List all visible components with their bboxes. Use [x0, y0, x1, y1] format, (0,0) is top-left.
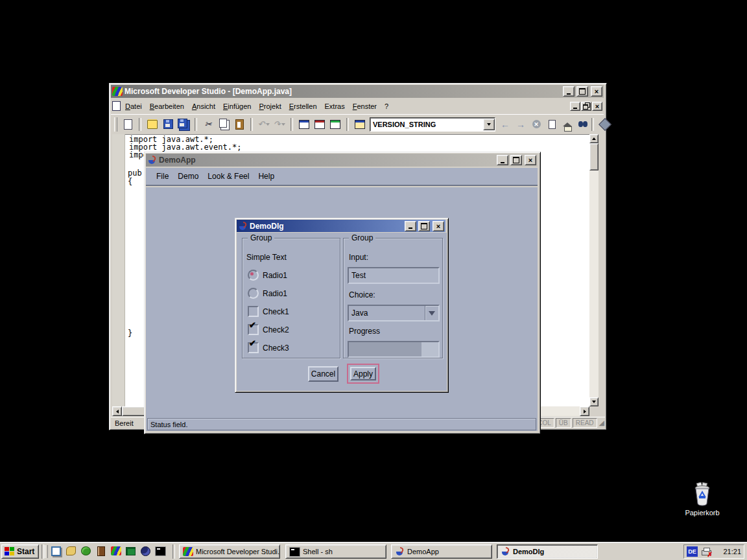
- input-label: Input:: [349, 253, 368, 262]
- menu-datei[interactable]: Datei: [122, 100, 145, 112]
- version-combo[interactable]: VERSION_STRING: [370, 117, 495, 132]
- console-icon[interactable]: [154, 544, 167, 558]
- green-terminal-icon[interactable]: [124, 544, 137, 558]
- copy-button[interactable]: [217, 117, 231, 132]
- menu-ansicht[interactable]: Ansicht: [189, 100, 219, 112]
- home-icon: [563, 122, 572, 126]
- output-button[interactable]: [313, 117, 327, 132]
- radio-radio1-b[interactable]: Radio1: [248, 288, 287, 299]
- minimize-button[interactable]: [405, 221, 416, 231]
- maximize-button[interactable]: [418, 221, 430, 231]
- minimize-icon: [567, 89, 571, 95]
- refresh-doc-button[interactable]: [545, 117, 559, 132]
- printer-error-icon[interactable]: [701, 547, 711, 556]
- demoapp-titlebar[interactable]: DemoApp ×: [146, 154, 538, 167]
- chevron-down-icon: [429, 311, 435, 316]
- cut-icon: ✂: [205, 120, 212, 128]
- mdi-restore-button[interactable]: [581, 102, 591, 111]
- check-mark-icon: ✔: [249, 321, 256, 329]
- menu-help[interactable]: ?: [381, 100, 392, 112]
- open-file-button[interactable]: [145, 117, 160, 132]
- maximize-button[interactable]: [510, 155, 522, 165]
- mdi-minimize-button[interactable]: [570, 102, 580, 111]
- undo-button[interactable]: ↶: [257, 117, 271, 132]
- globe-icon[interactable]: [139, 544, 152, 558]
- task-devstudio[interactable]: Microsoft Developer Studi...: [179, 544, 280, 559]
- scroll-up-button[interactable]: [589, 134, 599, 143]
- menu-einfuegen[interactable]: Einfügen: [220, 100, 254, 112]
- scroll-left-button[interactable]: [112, 406, 122, 416]
- devstudio-title: Microsoft Developer Studio - [DemoApp.ja…: [124, 87, 561, 96]
- checkbox-check2[interactable]: ✔ Check2: [248, 324, 289, 335]
- mdi-close-button[interactable]: ×: [592, 102, 602, 111]
- find-tool-button[interactable]: [353, 117, 367, 132]
- start-button[interactable]: Start: [1, 544, 39, 559]
- forward-button[interactable]: →: [514, 117, 528, 132]
- choice-combo[interactable]: Java: [348, 305, 440, 321]
- menu-extras[interactable]: Extras: [322, 100, 348, 112]
- combo-dropdown-button[interactable]: [425, 306, 438, 320]
- checkbox-label: Check3: [263, 344, 289, 353]
- resize-grip[interactable]: ◢: [599, 419, 604, 426]
- back-button[interactable]: ←: [498, 117, 512, 132]
- scroll-down-button[interactable]: [589, 397, 599, 406]
- maximize-button[interactable]: [576, 86, 588, 97]
- close-icon: ×: [436, 224, 440, 229]
- notepad-icon[interactable]: [49, 544, 63, 558]
- task-shell[interactable]: Shell - sh: [285, 544, 386, 559]
- vertical-scroll-thumb[interactable]: [589, 143, 599, 170]
- input-field-text[interactable]: [349, 268, 438, 283]
- radio-radio1[interactable]: Radio1: [248, 270, 287, 281]
- paint-hand-icon[interactable]: [64, 544, 78, 558]
- cancel-button[interactable]: Cancel: [308, 366, 338, 382]
- devstudio-titlebar[interactable]: Microsoft Developer Studio - [DemoApp.ja…: [111, 85, 604, 98]
- task-demoapp[interactable]: DemoApp: [391, 544, 492, 559]
- document-icon[interactable]: [112, 101, 121, 111]
- search-in-files-button[interactable]: [576, 117, 590, 132]
- checkbox-check3[interactable]: ✔ Check3: [248, 342, 289, 353]
- bug-icon[interactable]: [79, 544, 93, 558]
- recycle-bin[interactable]: Papierkorb: [680, 482, 725, 517]
- menu-file[interactable]: File: [156, 172, 169, 181]
- checkbox-check1[interactable]: Check1: [248, 306, 289, 317]
- minimize-button[interactable]: [497, 155, 508, 165]
- scroll-right-button[interactable]: [580, 406, 589, 416]
- toolbar-grip[interactable]: [114, 117, 117, 132]
- redo-icon: ↷: [274, 120, 281, 128]
- home-button[interactable]: [560, 117, 575, 132]
- combo-dropdown-button[interactable]: [483, 119, 495, 130]
- component-gallery-button[interactable]: [598, 117, 612, 132]
- minimize-button[interactable]: [563, 86, 575, 97]
- status-panel-ub: ÜB: [556, 418, 571, 428]
- menu-fenster[interactable]: Fenster: [350, 100, 380, 112]
- window-list-button[interactable]: [328, 117, 342, 132]
- check-mark-icon: ✔: [249, 339, 256, 347]
- close-button[interactable]: ×: [591, 86, 602, 97]
- demodlg-titlebar[interactable]: DemoDlg ×: [237, 220, 445, 232]
- vertical-scrollbar[interactable]: [589, 134, 599, 406]
- menu-bearbeiten[interactable]: Bearbeiten: [147, 100, 187, 112]
- quicklaunch-grip[interactable]: [45, 545, 48, 558]
- redo-button[interactable]: ↷: [272, 117, 287, 132]
- new-file-button[interactable]: [121, 117, 135, 132]
- workspace-button[interactable]: [297, 117, 311, 132]
- checkbox-label: Check2: [263, 325, 289, 334]
- msdev-icon[interactable]: [109, 544, 123, 558]
- close-button[interactable]: ×: [525, 155, 536, 165]
- book-icon[interactable]: [94, 544, 108, 558]
- menu-erstellen[interactable]: Erstellen: [286, 100, 320, 112]
- task-demodlg[interactable]: DemoDlg: [497, 544, 598, 559]
- menu-projekt[interactable]: Projekt: [255, 100, 284, 112]
- menu-help[interactable]: Help: [258, 172, 274, 181]
- save-button[interactable]: [161, 117, 175, 132]
- close-button[interactable]: ×: [433, 221, 444, 231]
- cut-button[interactable]: ✂: [201, 117, 215, 132]
- menu-demo[interactable]: Demo: [178, 172, 198, 181]
- save-all-button[interactable]: [176, 117, 191, 132]
- menu-look-and-feel[interactable]: Look & Feel: [208, 172, 249, 181]
- keyboard-layout-indicator[interactable]: DE: [687, 546, 698, 557]
- paste-button[interactable]: [232, 117, 246, 132]
- apply-button[interactable]: Apply: [350, 367, 376, 380]
- stop-button[interactable]: ✕: [529, 117, 543, 132]
- input-field[interactable]: [348, 267, 440, 284]
